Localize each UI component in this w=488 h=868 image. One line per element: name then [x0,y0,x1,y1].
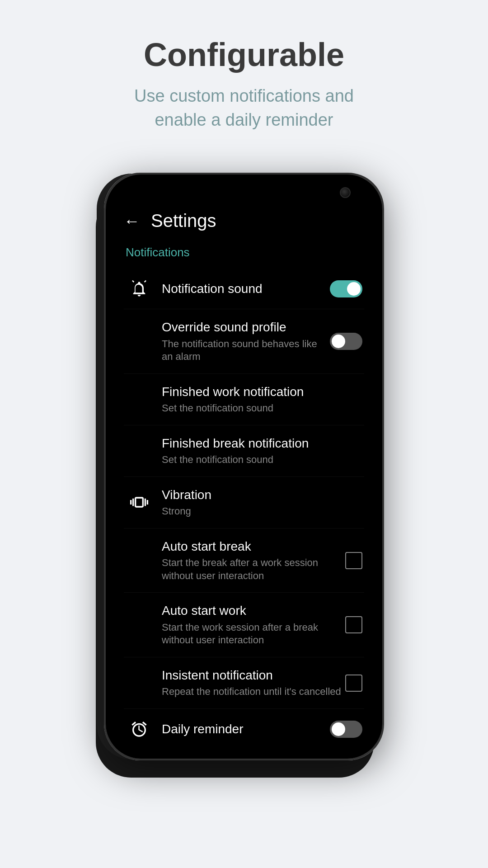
insistent-notification-label: Insistent notification [162,667,345,684]
daily-reminder-text: Daily reminder [162,721,330,737]
insistent-notification-desc: Repeat the notification until it's cance… [162,685,345,698]
vibration-label: Vibration [162,487,362,503]
insistent-notification-item[interactable]: Insistent notification Repeat the notifi… [124,657,364,709]
phone-frame: ← Settings Notifications [104,173,384,760]
back-button[interactable]: ← [124,213,140,229]
auto-start-work-text: Auto start work Start the work session a… [162,603,345,647]
settings-title: Settings [151,211,216,231]
section-notifications-label: Notifications [124,245,364,259]
finished-work-label: Finished work notification [162,384,362,400]
auto-start-work-desc: Start the work session after a break wit… [162,621,345,647]
finished-break-desc: Set the notification sound [162,453,362,467]
finished-work-desc: Set the notification sound [162,402,362,415]
vibration-icon [126,493,153,511]
vibration-desc: Strong [162,505,362,518]
toggle-knob-2 [332,335,345,348]
daily-reminder-item[interactable]: Daily reminder [124,709,364,750]
alarm-icon [126,720,153,738]
notification-sound-toggle[interactable] [330,280,362,297]
override-sound-toggle[interactable] [330,333,362,350]
phone-wrapper: ← Settings Notifications [104,173,384,760]
override-sound-desc: The notification sound behaves like an a… [162,338,330,363]
finished-break-item[interactable]: Finished break notification Set the noti… [124,425,364,477]
auto-start-work-label: Auto start work [162,603,345,619]
main-title: Configurable [27,36,461,73]
svg-line-1 [145,281,146,282]
finished-work-item[interactable]: Finished work notification Set the notif… [124,374,364,425]
auto-start-break-item[interactable]: Auto start break Start the break after a… [124,528,364,593]
override-sound-text: Override sound profile The notification … [162,319,330,363]
screen-content: ← Settings Notifications [106,175,382,759]
override-sound-label: Override sound profile [162,319,330,335]
insistent-notification-text: Insistent notification Repeat the notifi… [162,667,345,698]
daily-reminder-label: Daily reminder [162,721,330,737]
settings-header: ← Settings [124,211,364,231]
finished-break-label: Finished break notification [162,435,362,452]
daily-reminder-toggle[interactable] [330,721,362,738]
svg-line-0 [132,281,134,282]
override-sound-item[interactable]: Override sound profile The notification … [124,309,364,374]
auto-start-work-checkbox[interactable] [345,616,362,633]
auto-start-break-desc: Start the break after a work session wit… [162,557,345,582]
vibration-text: Vibration Strong [162,487,362,518]
insistent-notification-checkbox[interactable] [345,675,362,692]
sub-title: Use custom notifications andenable a dai… [27,84,461,132]
notification-sound-item[interactable]: Notification sound [124,269,364,309]
auto-start-break-label: Auto start break [162,538,345,555]
finished-break-text: Finished break notification Set the noti… [162,435,362,467]
auto-start-break-checkbox[interactable] [345,552,362,569]
header-section: Configurable Use custom notifications an… [0,0,488,159]
notification-sound-text: Notification sound [162,281,330,297]
bell-icon [126,280,153,298]
auto-start-break-text: Auto start break Start the break after a… [162,538,345,583]
auto-start-work-item[interactable]: Auto start work Start the work session a… [124,593,364,657]
toggle-knob [347,282,361,296]
finished-work-text: Finished work notification Set the notif… [162,384,362,415]
notification-sound-label: Notification sound [162,281,330,297]
screen: ← Settings Notifications [106,175,382,759]
toggle-knob-3 [332,722,345,736]
vibration-item[interactable]: Vibration Strong [124,477,364,528]
